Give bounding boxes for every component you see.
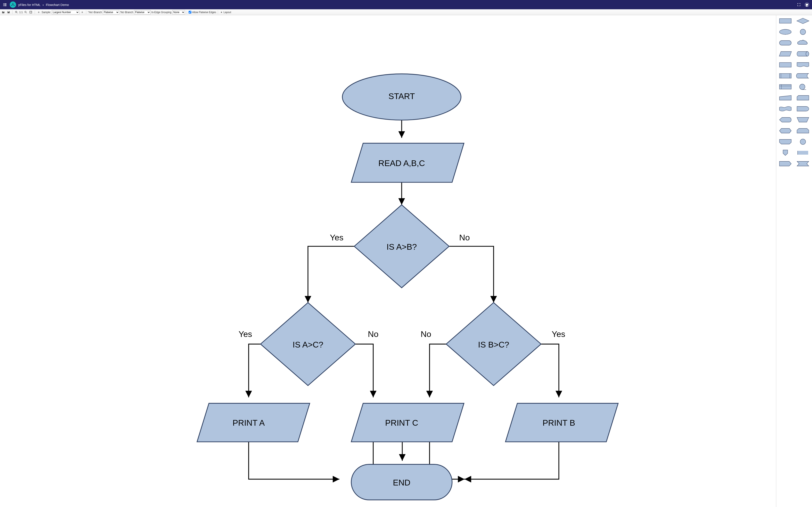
- edge-label-no: No: [459, 233, 470, 242]
- svg-rect-1: [4, 3, 7, 4]
- menu-icon[interactable]: [2, 2, 8, 7]
- node-end-label: END: [393, 478, 410, 487]
- prev-sample-icon[interactable]: [37, 10, 41, 14]
- edge-label-yes-3: Yes: [552, 329, 565, 339]
- open-icon[interactable]: [1, 10, 5, 14]
- palette-storeddata[interactable]: [796, 72, 810, 79]
- fit-content-icon[interactable]: [29, 10, 33, 14]
- no-branch-select[interactable]: Flatwise: [134, 10, 151, 14]
- svg-point-20: [806, 52, 809, 56]
- github-icon[interactable]: [804, 2, 810, 8]
- zoom-reset-button[interactable]: 1:1: [19, 11, 23, 14]
- node-is-ac-label: IS A>C?: [293, 340, 323, 349]
- svg-rect-3: [4, 4, 7, 5]
- palette-display[interactable]: [778, 116, 792, 123]
- palette-sequentialdata[interactable]: [796, 83, 810, 91]
- svg-marker-35: [779, 139, 791, 144]
- no-branch-label: 'No'-Branch: [120, 11, 133, 14]
- palette-loopstart[interactable]: [796, 127, 810, 134]
- svg-rect-13: [30, 11, 32, 13]
- palette-document2[interactable]: [796, 61, 810, 68]
- palette-document[interactable]: [778, 61, 792, 68]
- save-icon[interactable]: [6, 10, 11, 14]
- edge-label-yes: Yes: [330, 233, 343, 242]
- palette-offpageref[interactable]: [778, 149, 792, 156]
- yes-branch-label: 'Yes'-Branch: [88, 11, 102, 14]
- palette-offpageref-circle[interactable]: [796, 138, 810, 145]
- palette-delay[interactable]: [796, 105, 810, 112]
- svg-marker-19: [779, 52, 792, 56]
- svg-marker-15: [797, 18, 809, 24]
- svg-rect-0: [3, 3, 4, 4]
- allow-flatwise-input[interactable]: [189, 11, 191, 13]
- palette-circle[interactable]: [796, 28, 810, 36]
- palette-manualinput[interactable]: [778, 94, 792, 101]
- allow-flatwise-label: Allow Flatwise Edges: [192, 11, 216, 14]
- svg-rect-38: [798, 151, 808, 155]
- palette-ellipse[interactable]: [778, 28, 792, 36]
- yes-branch-select[interactable]: Flatwise: [103, 10, 119, 14]
- node-is-bc-label: IS B>C?: [478, 340, 509, 349]
- svg-point-16: [779, 30, 791, 35]
- palette-annotation[interactable]: [796, 149, 810, 156]
- node-print-c-label: PRINT C: [385, 418, 418, 427]
- palette-cloud[interactable]: [796, 39, 810, 47]
- edge-label-no-3: No: [420, 329, 431, 339]
- svg-rect-5: [4, 5, 7, 6]
- breadcrumb: yFiles for HTML › Flowchart Demo: [18, 3, 69, 7]
- palette-loopend[interactable]: [778, 138, 792, 145]
- zoom-out-icon[interactable]: [24, 10, 28, 14]
- palette-preparation[interactable]: [778, 127, 792, 134]
- graph-canvas[interactable]: Yes No Yes No No Yes START READ A,B,C IS…: [0, 15, 776, 507]
- svg-marker-34: [797, 128, 809, 133]
- palette-usermsg[interactable]: [778, 160, 792, 167]
- palette-data[interactable]: [778, 50, 792, 57]
- palette-manualop[interactable]: [796, 116, 810, 123]
- svg-point-6: [12, 3, 13, 4]
- edge-label-yes-2: Yes: [239, 329, 252, 339]
- inedge-grouping-select[interactable]: None: [172, 10, 185, 14]
- node-start-label: START: [389, 92, 415, 101]
- svg-marker-33: [779, 128, 791, 133]
- inedge-grouping-label: In-Edge Grouping: [151, 11, 171, 14]
- palette-directdata[interactable]: [796, 50, 810, 57]
- svg-point-17: [800, 29, 806, 35]
- breadcrumb-demo: Flowchart Demo: [46, 3, 69, 7]
- allow-flatwise-checkbox[interactable]: Allow Flatwise Edges: [189, 11, 216, 14]
- yfiles-logo-icon[interactable]: [10, 1, 16, 8]
- palette-decision[interactable]: [796, 17, 810, 24]
- palette-networkmsg[interactable]: [796, 160, 810, 167]
- zoom-in-icon[interactable]: [14, 10, 18, 14]
- palette-process[interactable]: [778, 17, 792, 24]
- svg-marker-31: [797, 96, 809, 100]
- sample-select[interactable]: Largest Number: [52, 10, 79, 14]
- svg-rect-14: [779, 18, 791, 23]
- palette-terminator[interactable]: [778, 39, 792, 47]
- toolbar: 1:1 Sample: Largest Number 'Yes'-Branch …: [0, 9, 812, 15]
- svg-marker-40: [797, 161, 809, 166]
- svg-point-28: [800, 84, 805, 90]
- next-sample-icon[interactable]: [80, 10, 84, 14]
- svg-rect-2: [3, 4, 4, 5]
- svg-marker-39: [779, 161, 791, 166]
- svg-point-36: [800, 139, 806, 145]
- layout-button-label: Layout: [223, 11, 231, 14]
- edge-label-no-2: No: [368, 329, 378, 339]
- palette-card[interactable]: [796, 94, 810, 101]
- main-area: Yes No Yes No No Yes START READ A,B,C IS…: [0, 15, 812, 507]
- svg-marker-30: [779, 96, 791, 100]
- palette-internalstorage[interactable]: [778, 83, 792, 91]
- node-print-b-label: PRINT B: [543, 418, 575, 427]
- svg-rect-21: [779, 62, 791, 67]
- palette-predefined[interactable]: [778, 72, 792, 79]
- layout-button[interactable]: Layout: [220, 11, 232, 14]
- node-is-ab-label: IS A>B?: [387, 242, 417, 251]
- app-header: yFiles for HTML › Flowchart Demo: [0, 0, 812, 9]
- breadcrumb-root[interactable]: yFiles for HTML: [18, 3, 40, 7]
- node-read-label: READ A,B,C: [378, 158, 425, 168]
- fullscreen-icon[interactable]: [796, 2, 802, 8]
- svg-rect-18: [779, 41, 791, 45]
- palette-papertape[interactable]: [778, 105, 792, 112]
- sample-label: Sample:: [42, 11, 51, 14]
- node-print-a-label: PRINT A: [233, 418, 265, 427]
